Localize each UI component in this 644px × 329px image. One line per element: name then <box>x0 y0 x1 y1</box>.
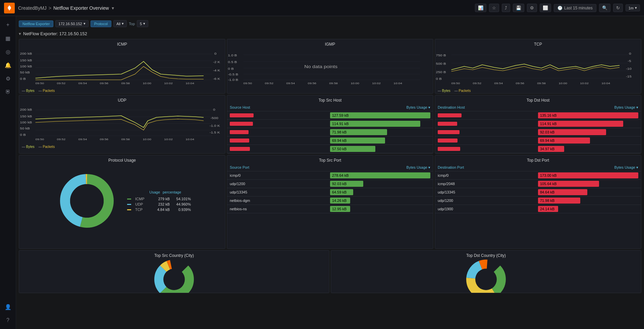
svg-text:-1.0 K: -1.0 K <box>210 124 220 127</box>
section-header[interactable]: ▾ NetFlow Exporter: 172.16.50.152 <box>19 31 641 36</box>
refresh-caret: ▾ <box>635 6 637 10</box>
svg-text:0: 0 <box>214 52 217 55</box>
table-row: 114.91 kB <box>227 120 433 128</box>
monitor-btn[interactable]: ⬜ <box>540 4 551 12</box>
svg-text:10:00: 10:00 <box>351 82 359 85</box>
svg-text:09:54: 09:54 <box>78 82 87 85</box>
dst-host-col1[interactable]: Destination Host <box>438 105 538 110</box>
row4: Top Src Country (City) Top Dst Country (… <box>19 250 641 293</box>
top-src-country-panel: Top Src Country (City) <box>19 250 329 293</box>
top-src-port-panel: Top Src Port Source Port Bytes Usage ▾ i… <box>227 155 433 249</box>
dashboard-name: Netflow Exporter Overview <box>53 5 109 11</box>
svg-text:50 kB: 50 kB <box>20 127 30 130</box>
svg-text:150 kB: 150 kB <box>20 115 32 118</box>
svg-text:250 B: 250 B <box>436 70 446 74</box>
svg-point-91 <box>163 269 185 290</box>
table-row: icmp/0173.00 kB <box>435 171 641 180</box>
svg-text:100 kB: 100 kB <box>20 121 32 124</box>
svg-text:09:50: 09:50 <box>244 82 252 85</box>
svg-text:09:52: 09:52 <box>57 82 66 85</box>
row2: UDP 200 kB 150 kB 100 kB 50 kB 0 B 0 -50… <box>19 95 641 154</box>
udp-title: UDP <box>19 95 225 104</box>
pct-col-header[interactable]: percentage <box>163 190 181 194</box>
top-dst-country-panel: Top Dst Country (City) <box>331 250 641 293</box>
sidebar-bell[interactable]: 🔔 <box>2 59 14 71</box>
svg-text:09:52: 09:52 <box>265 82 274 85</box>
zoom-btn[interactable]: 🔍 <box>599 4 610 12</box>
top-dst-country-title: Top Dst Country (City) <box>331 251 641 259</box>
table-row: 71.98 kB <box>227 128 433 136</box>
table-row: icmp/2048105.64 kB <box>435 180 641 188</box>
svg-text:09:50: 09:50 <box>36 138 44 141</box>
top-dropdown[interactable]: 5 ▾ <box>137 20 148 27</box>
src-host-col2[interactable]: Bytes Usage ▾ <box>330 105 430 110</box>
dst-host-col2[interactable]: Bytes Usage ▾ <box>538 105 638 110</box>
src-port-col1[interactable]: Source Port <box>230 165 330 170</box>
sidebar-shield[interactable]: ⛨ <box>2 86 14 98</box>
svg-point-86 <box>70 184 104 218</box>
table-row: 135.16 kB <box>435 111 641 120</box>
protocol-usage-title: Protocol Usage <box>19 155 225 164</box>
sidebar-explore[interactable]: ◎ <box>2 46 14 58</box>
table-row: udp/120092.03 kB <box>227 180 433 188</box>
time-range-picker[interactable]: 🕐 Last 15 minutes <box>554 4 596 12</box>
donut-chart <box>53 167 120 234</box>
src-host-col1[interactable]: Source Host <box>230 105 330 110</box>
dst-country-chart <box>331 259 641 293</box>
svg-text:-0.5 B: -0.5 B <box>228 73 238 76</box>
protocol-filter-tag[interactable]: Protocol <box>91 20 111 27</box>
layout: + ▦ ◎ 🔔 ⚙ ⛨ 👤 ? Netflow Exporter 172.16.… <box>0 16 644 329</box>
protocol-dropdown[interactable]: All ▾ <box>113 20 127 27</box>
share-btn[interactable]: ⤴ <box>502 4 510 12</box>
svg-text:09:54: 09:54 <box>494 82 503 85</box>
save-btn[interactable]: 💾 <box>513 4 524 12</box>
tcp-chart: 750 B 500 B 250 B 0 B 0 -5 -10 -15 09:50 <box>435 48 641 88</box>
time-range-label: Last 15 minutes <box>564 6 593 10</box>
svg-text:09:50: 09:50 <box>451 82 460 85</box>
sidebar-question[interactable]: ? <box>2 314 14 326</box>
bar-chart-btn[interactable]: 📊 <box>475 4 486 12</box>
sidebar-add[interactable]: + <box>2 19 14 31</box>
svg-text:10:02: 10:02 <box>372 82 381 85</box>
top-dst-host-panel: Top Dst Host Destination Host Bytes Usag… <box>435 95 641 154</box>
protocol-legend: Usage percentage ICMP 279 kB 54.101% UDP… <box>127 189 191 212</box>
svg-text:-2 K: -2 K <box>213 60 220 64</box>
refresh-btn[interactable]: ↻ <box>613 4 623 12</box>
star-btn[interactable]: ☆ <box>489 4 499 12</box>
table-row: 34.97 kB <box>435 145 641 153</box>
top-dst-port-title: Top Dst Port <box>435 155 641 164</box>
svg-text:-5: -5 <box>628 59 631 63</box>
table-row: udp/120071.98 kB <box>435 197 641 205</box>
icmp-packets-legend: — Packets <box>39 89 55 93</box>
donut-wrap: Usage percentage ICMP 279 kB 54.101% UDP… <box>19 164 225 238</box>
sidebar-dashboard[interactable]: ▦ <box>2 32 14 44</box>
igmp-chart: 1.0 B 0.5 B 0 B -0.5 B -1.0 B 09:50 09:5… <box>227 48 433 88</box>
usage-col-header[interactable]: Usage <box>143 190 160 194</box>
row3: Protocol Usage <box>19 155 641 249</box>
main-content: Netflow Exporter 172.16.50.152 ▾ Protoco… <box>16 16 644 329</box>
dst-port-col1[interactable]: Destination Port <box>438 165 538 170</box>
top-src-country-title: Top Src Country (City) <box>19 251 329 259</box>
svg-text:10:00: 10:00 <box>558 82 567 85</box>
refresh-interval[interactable]: 1m ▾ <box>626 4 640 11</box>
top-dst-host-title: Top Dst Host <box>435 95 641 104</box>
src-port-col2[interactable]: Bytes Usage ▾ <box>330 165 430 170</box>
netflow-filter-tag[interactable]: Netflow Exporter <box>19 20 53 27</box>
svg-text:1.0 B: 1.0 B <box>228 54 237 57</box>
ip-dropdown[interactable]: 172.16.50.152 ▾ <box>55 20 88 27</box>
dst-port-col2[interactable]: Bytes Usage ▾ <box>538 165 638 170</box>
udp-chart: 200 kB 150 kB 100 kB 50 kB 0 B 0 -500 -1… <box>19 104 225 144</box>
icmp-bytes-legend: — Bytes <box>22 89 35 93</box>
icmp-title: ICMP <box>19 39 225 48</box>
sidebar-gear[interactable]: ⚙ <box>2 72 14 85</box>
table-row: 127.59 kB <box>227 111 433 120</box>
legend-row: TCP 4.84 kB 0.939% <box>127 207 191 212</box>
svg-text:No data points: No data points <box>304 65 337 69</box>
logo[interactable] <box>4 3 15 13</box>
svg-text:50 kB: 50 kB <box>20 71 30 74</box>
settings-btn[interactable]: ⚙ <box>527 4 537 12</box>
sidebar-user[interactable]: 👤 <box>2 301 14 313</box>
svg-text:0 B: 0 B <box>436 77 442 80</box>
table-row: 69.94 kB <box>435 136 641 145</box>
section-title: NetFlow Exporter: 172.16.50.152 <box>23 31 87 36</box>
